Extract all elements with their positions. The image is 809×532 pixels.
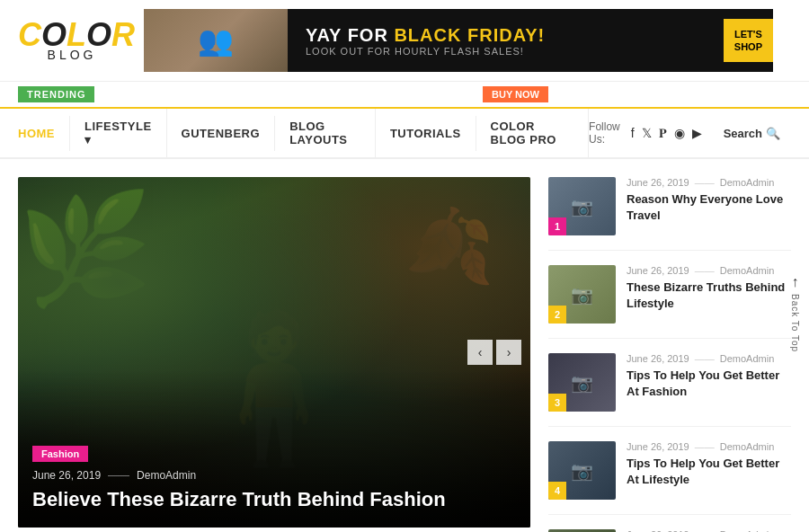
sidebar-date-3: June 26, 2019 — [627, 353, 689, 364]
featured-category-badge[interactable]: Fashion — [32, 446, 88, 462]
sidebar-author-3: DemoAdmin — [720, 353, 775, 364]
featured-overlay: Fashion June 26, 2019 —— DemoAdmin Belie… — [18, 430, 530, 528]
sidebar-content-3: June 26, 2019 —— DemoAdmin Tips To Help … — [627, 353, 791, 412]
banner-title: YAY FOR BLACK FRIDAY! — [306, 25, 706, 46]
nav-item-color-blog-pro[interactable]: COLOR BLOG PRO — [476, 109, 589, 157]
sidebar-author-2: DemoAdmin — [720, 265, 775, 276]
sidebar-thumb-4: 4 — [548, 441, 616, 500]
search-icon: 🔍 — [766, 127, 780, 140]
instagram-icon[interactable]: ◉ — [674, 126, 685, 141]
featured-title[interactable]: Believe These Bizarre Truth Behind Fashi… — [32, 487, 516, 513]
youtube-icon[interactable]: ▶ — [692, 126, 702, 141]
item-number-4: 4 — [548, 482, 566, 500]
trending-badge: TRENDING — [18, 86, 94, 102]
follow-us-label: Follow Us: — [589, 120, 620, 146]
featured-meta: June 26, 2019 —— DemoAdmin — [32, 469, 516, 482]
back-to-top[interactable]: ↑ Back To Top — [790, 274, 800, 352]
sidebar-title-3[interactable]: Tips To Help You Get Better At Fashion — [627, 368, 791, 400]
featured-image: 🧍 ‹ › Fashion June 26, 2019 —— DemoAdmin… — [18, 177, 530, 528]
item-number-1: 1 — [548, 217, 566, 235]
logo-title: COLOR — [18, 19, 126, 51]
header: COLOR BLOG YAY FOR BLACK FRIDAY! LOOK OU… — [0, 0, 809, 82]
featured-author: DemoAdmin — [137, 469, 196, 482]
sidebar-date-4: June 26, 2019 — [627, 441, 689, 452]
buy-now-badge[interactable]: BUY NOW — [483, 86, 548, 102]
prev-arrow[interactable]: ‹ — [467, 340, 493, 365]
trending-bar: TRENDING BUY NOW — [0, 82, 809, 107]
sidebar-item-4: 4 June 26, 2019 —— DemoAdmin Tips To Hel… — [548, 441, 791, 515]
item-number-3: 3 — [548, 394, 566, 412]
sidebar-meta-2: June 26, 2019 —— DemoAdmin — [627, 265, 791, 276]
sidebar-title-1[interactable]: Reason Why Everyone Love Travel — [627, 191, 791, 224]
back-to-top-arrow: ↑ — [792, 274, 799, 290]
featured-dash: —— — [108, 469, 129, 482]
sidebar-title-2[interactable]: These Bizarre Truths Behind Lifestyle — [627, 279, 791, 312]
sidebar-author-4: DemoAdmin — [720, 441, 775, 452]
sidebar-title-4[interactable]: Tips To Help You Get Better At Lifestyle — [627, 456, 791, 488]
sidebar-content-1: June 26, 2019 —— DemoAdmin Reason Why Ev… — [627, 177, 791, 235]
sidebar-thumb-3: 3 — [548, 353, 616, 412]
sidebar-dash-2: —— — [695, 265, 715, 276]
banner-image — [144, 9, 288, 72]
nav-item-lifestyle[interactable]: LIFESTYLE ▾ — [70, 109, 167, 157]
banner-text: YAY FOR BLACK FRIDAY! LOOK OUT FOR HOURL… — [288, 25, 724, 57]
nav-item-tutorials[interactable]: TUTORIALS — [376, 116, 476, 151]
sidebar: 1 June 26, 2019 —— DemoAdmin Reason Why … — [548, 177, 791, 532]
facebook-icon[interactable]: f — [631, 126, 635, 141]
sidebar-item-1: 1 June 26, 2019 —— DemoAdmin Reason Why … — [548, 177, 791, 251]
sidebar-meta-4: June 26, 2019 —— DemoAdmin — [627, 441, 791, 452]
sidebar-dash-4: —— — [695, 441, 715, 452]
logo: COLOR BLOG — [18, 19, 126, 62]
logo-color: C — [18, 16, 41, 53]
sidebar-date-2: June 26, 2019 — [627, 265, 689, 276]
search-label: Search — [724, 127, 762, 140]
item-number-2: 2 — [548, 306, 566, 324]
sidebar-item-2: 2 June 26, 2019 —— DemoAdmin These Bizar… — [548, 265, 791, 339]
sidebar-date-1: June 26, 2019 — [627, 177, 689, 188]
sidebar-content-2: June 26, 2019 —— DemoAdmin These Bizarre… — [627, 265, 791, 324]
social-icons: f 𝕏 𝐏 ◉ ▶ — [631, 126, 702, 141]
back-to-top-text: Back To Top — [790, 294, 800, 352]
sidebar-dash-3: —— — [695, 353, 715, 364]
sidebar-author-1: DemoAdmin — [720, 177, 775, 188]
sidebar-dash-1: —— — [695, 177, 715, 188]
sidebar-meta-3: June 26, 2019 —— DemoAdmin — [627, 353, 791, 364]
pinterest-icon[interactable]: 𝐏 — [659, 126, 667, 141]
sidebar-thumb-2: 2 — [548, 265, 616, 324]
sidebar-thumb-1: 1 — [548, 177, 616, 235]
sidebar-content-4: June 26, 2019 —— DemoAdmin Tips To Help … — [627, 441, 791, 500]
sidebar-item-3: 3 June 26, 2019 —— DemoAdmin Tips To Hel… — [548, 353, 791, 427]
banner-button[interactable]: LET'SSHOP — [724, 19, 773, 63]
nav-wrapper: TRENDING BUY NOW HOME LIFESTYLE ▾ GUTENB… — [0, 82, 809, 159]
main-nav: HOME LIFESTYLE ▾ GUTENBERG BLOG LAYOUTS … — [0, 107, 809, 157]
banner-subtitle: LOOK OUT FOR HOURLY FLASH SALES! — [306, 46, 706, 57]
main-content: 🧍 ‹ › Fashion June 26, 2019 —— DemoAdmin… — [0, 159, 809, 532]
nav-item-gutenberg[interactable]: GUTENBERG — [167, 116, 276, 151]
nav-item-blog-layouts[interactable]: BLOG LAYOUTS — [275, 109, 376, 157]
featured-date: June 26, 2019 — [32, 469, 101, 482]
sidebar-meta-1: June 26, 2019 —— DemoAdmin — [627, 177, 791, 188]
twitter-icon[interactable]: 𝕏 — [642, 126, 652, 141]
featured-article: 🧍 ‹ › Fashion June 26, 2019 —— DemoAdmin… — [18, 177, 530, 532]
nav-right: Follow Us: f 𝕏 𝐏 ◉ ▶ Search 🔍 — [589, 120, 791, 147]
banner-highlight: BLACK FRIDAY! — [394, 25, 545, 45]
nav-item-home[interactable]: HOME — [18, 116, 70, 151]
search-button[interactable]: Search 🔍 — [713, 120, 791, 147]
nav-arrows: ‹ › — [467, 340, 521, 365]
next-arrow[interactable]: › — [496, 340, 521, 365]
banner: YAY FOR BLACK FRIDAY! LOOK OUT FOR HOURL… — [144, 9, 773, 72]
